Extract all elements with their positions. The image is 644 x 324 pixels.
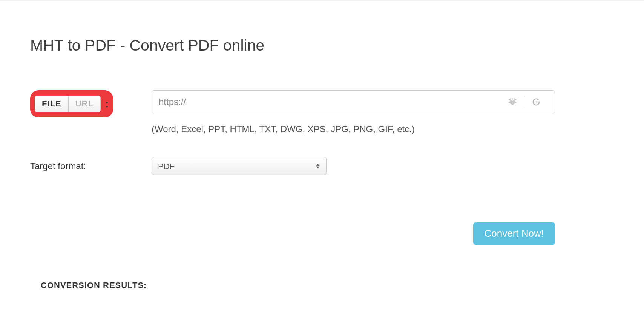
target-format-select-wrap: PDF [152, 157, 327, 175]
dropbox-icon [508, 98, 517, 106]
top-border [0, 0, 644, 1]
convert-now-button[interactable]: Convert Now! [473, 222, 555, 245]
source-colon: : [105, 98, 109, 110]
google-icon [532, 98, 540, 106]
source-input-col: (Word, Excel, PPT, HTML, TXT, DWG, XPS, … [152, 90, 555, 134]
file-types-hint: (Word, Excel, PPT, HTML, TXT, DWG, XPS, … [152, 124, 555, 134]
url-tab-button[interactable]: URL [68, 96, 100, 112]
target-format-select[interactable]: PDF [152, 157, 327, 175]
target-format-label: Target format: [30, 161, 152, 171]
url-input[interactable] [159, 97, 501, 107]
input-icons [501, 95, 548, 109]
file-url-highlight: FILE URL : [30, 90, 113, 117]
source-row: FILE URL : [30, 90, 614, 134]
google-drive-button[interactable] [524, 95, 548, 109]
source-label-col: FILE URL : [30, 90, 152, 117]
convert-row: Convert Now! [30, 222, 555, 245]
url-input-wrap [152, 90, 555, 113]
conversion-results-heading: CONVERSION RESULTS: [41, 281, 614, 290]
dropbox-button[interactable] [501, 95, 524, 109]
target-format-row: Target format: PDF [30, 157, 614, 175]
file-tab-button[interactable]: FILE [35, 96, 68, 112]
page-title: MHT to PDF - Convert PDF online [30, 37, 614, 54]
main-content: MHT to PDF - Convert PDF online FILE URL… [0, 1, 644, 290]
source-toggle-group: FILE URL [35, 96, 101, 112]
